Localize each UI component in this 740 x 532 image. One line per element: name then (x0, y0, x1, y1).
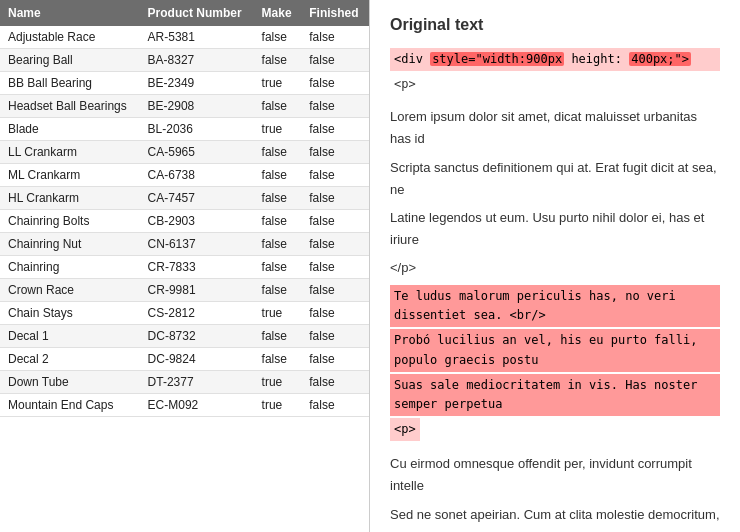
cell-name: ML Crankarm (0, 164, 140, 187)
body-text-closing: </p> (390, 257, 720, 279)
cell-product-number: BE-2349 (140, 72, 254, 95)
cell-make: false (254, 187, 302, 210)
cell-finished: false (301, 26, 369, 49)
left-panel[interactable]: Name Product Number Make Finished Adjust… (0, 0, 370, 532)
table-row: BladeBL-2036truefalse (0, 118, 369, 141)
diff-line-p-tag: <p> (390, 418, 420, 441)
cell-name: Decal 1 (0, 325, 140, 348)
col-name: Name (0, 0, 140, 26)
cell-product-number: CB-2903 (140, 210, 254, 233)
body-text-block: Lorem ipsum dolor sit amet, dicat maluis… (390, 106, 720, 279)
cell-product-number: CA-5965 (140, 141, 254, 164)
cell-finished: false (301, 210, 369, 233)
cell-product-number: BE-2908 (140, 95, 254, 118)
diff-red-line-2: Probó lucilius an vel, his eu purto fall… (390, 329, 720, 371)
cell-make: false (254, 49, 302, 72)
cell-make: false (254, 95, 302, 118)
cell-name: Adjustable Race (0, 26, 140, 49)
table-row: Chain StaysCS-2812truefalse (0, 302, 369, 325)
cell-name: HL Crankarm (0, 187, 140, 210)
cell-finished: false (301, 279, 369, 302)
cell-finished: false (301, 256, 369, 279)
cell-finished: false (301, 95, 369, 118)
cell-name: Bearing Ball (0, 49, 140, 72)
cell-name: Blade (0, 118, 140, 141)
right-panel[interactable]: Original text <div style="width:900px he… (370, 0, 740, 532)
cell-finished: false (301, 141, 369, 164)
cell-product-number: BL-2036 (140, 118, 254, 141)
table-row: Chainring BoltsCB-2903falsefalse (0, 210, 369, 233)
cell-product-number: CR-9981 (140, 279, 254, 302)
cell-product-number: BA-8327 (140, 49, 254, 72)
cell-make: false (254, 325, 302, 348)
table-row: Decal 1DC-8732falsefalse (0, 325, 369, 348)
body-text-p1: Lorem ipsum dolor sit amet, dicat maluis… (390, 106, 720, 150)
cell-make: false (254, 164, 302, 187)
cell-product-number: CA-7457 (140, 187, 254, 210)
cell-product-number: DC-9824 (140, 348, 254, 371)
cell-name: Mountain End Caps (0, 394, 140, 417)
cell-name: Crown Race (0, 279, 140, 302)
cell-make: true (254, 302, 302, 325)
cell-make: true (254, 118, 302, 141)
diff-block: <div style="width:900px height: 400px;">… (390, 48, 720, 532)
cell-product-number: CS-2812 (140, 302, 254, 325)
cell-make: true (254, 394, 302, 417)
table-row: ChainringCR-7833falsefalse (0, 256, 369, 279)
cell-finished: false (301, 233, 369, 256)
cell-name: BB Ball Bearing (0, 72, 140, 95)
body-text-p2: Scripta sanctus definitionem qui at. Era… (390, 157, 720, 201)
table-row: Bearing BallBA-8327falsefalse (0, 49, 369, 72)
table-header-row: Name Product Number Make Finished (0, 0, 369, 26)
cell-product-number: CR-7833 (140, 256, 254, 279)
cell-make: true (254, 72, 302, 95)
cell-name: Chain Stays (0, 302, 140, 325)
table-body: Adjustable RaceAR-5381falsefalseBearing … (0, 26, 369, 417)
diff-line-1: <div style="width:900px height: 400px;"> (390, 48, 720, 71)
cell-make: false (254, 348, 302, 371)
panel-title: Original text (390, 16, 720, 34)
cell-product-number: EC-M092 (140, 394, 254, 417)
cell-product-number: AR-5381 (140, 26, 254, 49)
cell-finished: false (301, 164, 369, 187)
table-row: HL CrankarmCA-7457falsefalse (0, 187, 369, 210)
table-row: Mountain End CapsEC-M092truefalse (0, 394, 369, 417)
diff-red-line-3: Suas sale mediocritatem in vis. Has nost… (390, 374, 720, 416)
diff-inline-highlight-1: style="width:900px (430, 52, 564, 66)
table-row: BB Ball BearingBE-2349truefalse (0, 72, 369, 95)
cell-product-number: CA-6738 (140, 164, 254, 187)
cell-product-number: DT-2377 (140, 371, 254, 394)
cell-product-number: CN-6137 (140, 233, 254, 256)
data-table: Name Product Number Make Finished Adjust… (0, 0, 369, 417)
cell-finished: false (301, 187, 369, 210)
col-product-number: Product Number (140, 0, 254, 26)
cell-make: true (254, 371, 302, 394)
cell-make: false (254, 210, 302, 233)
diff-inline-highlight-2: 400px;"> (629, 52, 691, 66)
body-text-p3: Latine legendos ut eum. Usu purto nihil … (390, 207, 720, 251)
diff-red-line-1: Te ludus malorum periculis has, no veri … (390, 285, 720, 327)
table-row: Decal 2DC-9824falsefalse (0, 348, 369, 371)
body-text-block-2: Cu eirmod omnesque offendit per, invidun… (390, 453, 720, 532)
body-text-p4: Cu eirmod omnesque offendit per, invidun… (390, 453, 720, 497)
cell-name: Chainring (0, 256, 140, 279)
col-finished: Finished (301, 0, 369, 26)
cell-finished: false (301, 348, 369, 371)
cell-finished: false (301, 72, 369, 95)
col-make: Make (254, 0, 302, 26)
cell-make: false (254, 233, 302, 256)
cell-name: LL Crankarm (0, 141, 140, 164)
table-row: ML CrankarmCA-6738falsefalse (0, 164, 369, 187)
table-row: Down TubeDT-2377truefalse (0, 371, 369, 394)
cell-make: false (254, 141, 302, 164)
cell-finished: false (301, 302, 369, 325)
cell-name: Chainring Nut (0, 233, 140, 256)
cell-finished: false (301, 325, 369, 348)
table-row: Adjustable RaceAR-5381falsefalse (0, 26, 369, 49)
cell-make: false (254, 26, 302, 49)
cell-product-number: DC-8732 (140, 325, 254, 348)
table-row: LL CrankarmCA-5965falsefalse (0, 141, 369, 164)
cell-finished: false (301, 394, 369, 417)
cell-finished: false (301, 49, 369, 72)
diff-line-2: <p> (390, 73, 720, 96)
